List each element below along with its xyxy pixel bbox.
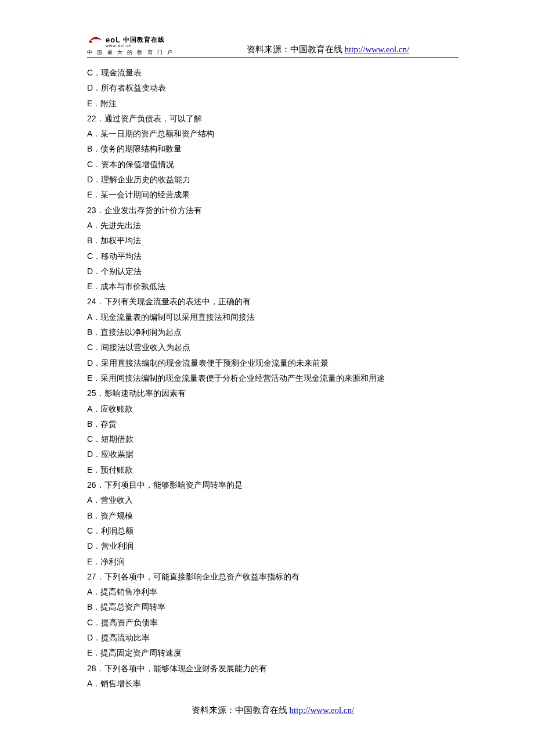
text-line: A．提高销售净利率: [87, 588, 459, 596]
text-line: 28．下列各项中，能够体现企业财务发展能力的有: [87, 664, 459, 672]
text-line: E．采用间接法编制的现金流量表便于分析企业经营活动产生现金流量的来源和用途: [87, 374, 459, 382]
text-line: B．直接法以净利润为起点: [87, 328, 459, 336]
text-line: D．所有者权益变动表: [87, 84, 459, 92]
text-line: D．采用直接法编制的现金流量表便于预测企业现金流量的未来前景: [87, 359, 459, 367]
text-line: D．提高流动比率: [87, 633, 459, 642]
header-link[interactable]: http://www.eol.cn/: [345, 45, 410, 54]
site-logo: eoL 中国教育在线 www.eol.cn 中 国 最 大 的 教 育 门 户: [87, 35, 174, 56]
text-line: C．现金流量表: [87, 69, 459, 77]
text-line: B．加权平均法: [87, 236, 459, 244]
text-line: B．存货: [87, 420, 459, 428]
text-line: B．债务的期限结构和数量: [87, 145, 459, 153]
text-line: E．净利润: [87, 557, 459, 566]
text-line: B．提高总资产周转率: [87, 603, 459, 611]
logo-url-text: www.eol.cn: [106, 44, 174, 48]
text-line: A．先进先出法: [87, 221, 459, 229]
text-line: 26．下列项目中，能够影响资产周转率的是: [87, 481, 459, 489]
page-header: eoL 中国教育在线 www.eol.cn 中 国 最 大 的 教 育 门 户 …: [87, 35, 459, 58]
footer-link[interactable]: http://www.eol.cn/: [290, 705, 355, 715]
text-line: D．个别认定法: [87, 267, 459, 275]
page-footer: 资料来源：中国教育在线 http://www.eol.cn/: [87, 705, 459, 716]
logo-cn-text: 中国教育在线: [123, 35, 165, 44]
text-line: D．应收票据: [87, 450, 459, 458]
text-line: C．间接法以营业收入为起点: [87, 343, 459, 351]
footer-prefix: 资料来源：中国教育在线: [192, 705, 290, 715]
logo-swoosh-icon: [87, 35, 103, 44]
svg-point-0: [89, 41, 92, 42]
logo-top-row: eoL 中国教育在线: [87, 35, 174, 44]
text-line: 25．影响速动比率的因素有: [87, 389, 459, 397]
text-line: 23．企业发出存货的计价方法有: [87, 206, 459, 214]
text-line: E．成本与市价孰低法: [87, 282, 459, 290]
text-line: C．移动平均法: [87, 252, 459, 260]
text-line: D．营业利润: [87, 542, 459, 550]
header-source-text: 资料来源：中国教育在线 http://www.eol.cn/: [197, 44, 459, 56]
logo-eol-text: eoL: [106, 35, 121, 44]
text-line: C．提高资产负债率: [87, 618, 459, 627]
text-line: D．理解企业历史的收益能力: [87, 175, 459, 183]
text-line: A．某一日期的资产总额和资产结构: [87, 129, 459, 138]
text-line: 24．下列有关现金流量表的表述中，正确的有: [87, 297, 459, 305]
text-line: C．短期借款: [87, 435, 459, 443]
text-line: A．现金流量表的编制可以采用直接法和间接法: [87, 313, 459, 321]
text-line: C．资本的保值增值情况: [87, 160, 459, 168]
text-line: E．预付账款: [87, 466, 459, 474]
text-line: 22．通过资产负债表，可以了解: [87, 114, 459, 123]
header-prefix: 资料来源：中国教育在线: [247, 45, 345, 54]
text-line: B．资产规模: [87, 512, 459, 520]
logo-subtitle: 中 国 最 大 的 教 育 门 户: [87, 49, 174, 56]
text-line: 27．下列各项中，可能直接影响企业总资产收益率指标的有: [87, 573, 459, 581]
text-line: A．营业收入: [87, 496, 459, 504]
question-content: C．现金流量表D．所有者权益变动表E．附注22．通过资产负债表，可以了解A．某一…: [87, 69, 459, 687]
page: eoL 中国教育在线 www.eol.cn 中 国 最 大 的 教 育 门 户 …: [0, 0, 534, 751]
text-line: A．应收账款: [87, 405, 459, 413]
text-line: E．某一会计期间的经营成果: [87, 190, 459, 199]
text-line: A．销售增长率: [87, 679, 459, 687]
text-line: C．利润总额: [87, 527, 459, 535]
text-line: E．提高固定资产周转速度: [87, 649, 459, 657]
text-line: E．附注: [87, 99, 459, 107]
